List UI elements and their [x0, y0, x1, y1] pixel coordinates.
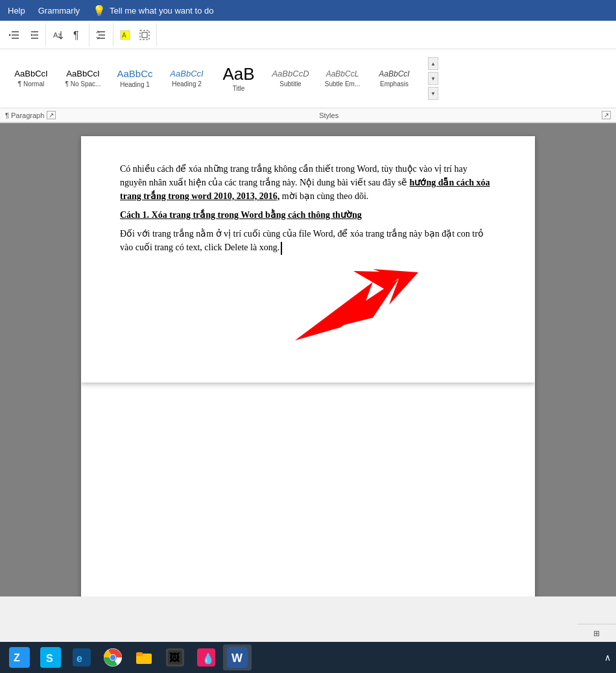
style-subtitle-preview: AaBbCcD — [272, 69, 309, 78]
title-bar: Help Grammarly 💡 Tell me what you want t… — [0, 0, 616, 21]
taskbar-edge[interactable]: e — [67, 644, 96, 670]
fluid-icon: 💧 — [196, 647, 217, 668]
indent-group — [3, 23, 46, 46]
page-1[interactable]: Có nhiều cách để xóa những trang trắng k… — [81, 136, 535, 383]
svg-point-30 — [110, 655, 115, 660]
document-area: Có nhiều cách để xóa những trang trắng k… — [0, 123, 616, 596]
taskbar-explorer[interactable] — [130, 644, 158, 670]
svg-text:💧: 💧 — [202, 652, 215, 665]
decrease-indent-btn[interactable] — [5, 26, 23, 44]
style-subtitle[interactable]: AaBbCcD Subtitle — [265, 53, 316, 104]
line-spacing-btn[interactable] — [92, 26, 110, 44]
styles-label: Styles — [56, 112, 602, 119]
border-btn[interactable] — [136, 26, 154, 44]
svg-text:S: S — [46, 653, 53, 664]
status-icon: ⊞ — [593, 629, 600, 638]
style-nospace-label: ¶ No Spac... — [65, 80, 101, 88]
paragraph-dialog-icon[interactable]: ↗ — [47, 111, 56, 119]
heading-1: Cách 1. Xóa trang trắng trong Word bằng … — [120, 208, 496, 222]
red-arrow-container — [289, 266, 431, 346]
style-subtitle-label: Subtitle — [279, 80, 301, 88]
page-2[interactable] — [81, 383, 535, 596]
taskbar-fluid[interactable]: 💧 — [192, 644, 220, 670]
paragraph-2: Đối với trang trắng nằm ở vị trí cuối cù… — [120, 227, 496, 255]
style-title[interactable]: AaB Title — [213, 53, 265, 104]
chrome-icon — [102, 647, 123, 668]
styles-scroll-down[interactable]: ▼ — [428, 72, 438, 85]
svg-rect-32 — [136, 652, 143, 656]
svg-text:🖼: 🖼 — [169, 652, 180, 663]
file-explorer-icon — [134, 647, 154, 668]
style-normal[interactable]: AaBbCcI ¶ Normal — [5, 53, 57, 104]
page-content-1: Có nhiều cách để xóa những trang trắng k… — [120, 162, 496, 255]
edge-icon: e — [71, 647, 92, 668]
svg-text:W: W — [231, 652, 243, 665]
line-spacing-group — [89, 23, 113, 46]
bulb-icon: 💡 — [93, 5, 106, 17]
taskbar-photos[interactable]: 🖼 — [161, 644, 189, 670]
style-title-label: Title — [233, 85, 245, 92]
svg-marker-3 — [9, 34, 11, 36]
shading-group: A — [113, 23, 157, 46]
pilcrow-btn[interactable]: ¶ — [68, 26, 86, 44]
zoom-icon: Z — [9, 647, 30, 668]
style-h2-label: Heading 2 — [172, 80, 202, 88]
photos-icon: 🖼 — [165, 647, 185, 668]
taskbar-word[interactable]: W — [223, 644, 252, 670]
tell-me-label: Tell me what you want to do — [110, 6, 213, 16]
style-nospace-preview: AaBbCcI — [66, 69, 99, 78]
paragraph-label: ¶ Paragraph — [5, 112, 44, 119]
styles-expand[interactable]: ▼ — [428, 87, 438, 100]
sort-btn[interactable]: AZ — [49, 26, 67, 44]
taskbar-chevron[interactable]: ∧ — [604, 652, 611, 663]
style-title-preview: AaB — [222, 65, 254, 82]
taskbar-right: ∧ — [604, 652, 611, 663]
style-heading2[interactable]: AaBbCcI Heading 2 — [161, 53, 213, 104]
style-normal-label: ¶ Normal — [18, 80, 44, 88]
svg-text:Z: Z — [14, 652, 20, 663]
style-emphasis-preview: AaBbCcI — [379, 70, 409, 78]
svg-text:A: A — [122, 32, 126, 39]
svg-rect-17 — [140, 30, 149, 40]
svg-marker-20 — [295, 271, 405, 340]
styles-dialog-icon[interactable]: ↗ — [602, 111, 611, 119]
style-subtle-em[interactable]: AaBbCcL Subtle Em... — [316, 53, 368, 104]
svg-text:e: e — [77, 653, 82, 664]
ribbon: AZ ¶ A AaBbCcI ¶ Normal — [0, 21, 616, 123]
word-icon: W — [227, 647, 248, 668]
tell-me-search[interactable]: 💡 Tell me what you want to do — [93, 5, 213, 17]
red-arrow-svg — [289, 266, 431, 344]
shading-btn[interactable]: A — [116, 26, 134, 44]
toolbar-row: AZ ¶ A — [0, 21, 616, 49]
paragraph-1: Có nhiều cách để xóa những trang trắng k… — [120, 162, 496, 203]
menu-grammarly[interactable]: Grammarly — [38, 6, 80, 16]
styles-scroll-up[interactable]: ▲ — [428, 57, 438, 70]
style-nospace[interactable]: AaBbCcI ¶ No Spac... — [57, 53, 109, 104]
style-h2-preview: AaBbCcI — [170, 69, 203, 78]
svg-text:¶: ¶ — [73, 30, 79, 40]
skype-icon: S — [40, 647, 61, 668]
taskbar: Z S e 🖼 — [0, 642, 616, 673]
status-bar: ⊞ — [577, 624, 616, 642]
styles-row: AaBbCcI ¶ Normal AaBbCcI ¶ No Spac... Aa… — [0, 49, 425, 108]
style-h1-label: Heading 1 — [120, 81, 150, 88]
style-h1-preview: AaBbCc — [117, 69, 152, 78]
svg-marker-7 — [30, 34, 32, 36]
increase-indent-btn[interactable] — [25, 26, 43, 44]
style-subtle-preview: AaBbCcL — [326, 70, 359, 78]
taskbar-skype[interactable]: S — [36, 644, 65, 670]
text-cursor — [281, 242, 282, 255]
style-heading1[interactable]: AaBbCc Heading 1 — [109, 53, 161, 104]
para-styles-label-row: ¶ Paragraph ↗ Styles ↗ — [0, 108, 616, 123]
style-emphasis-label: Emphasis — [380, 80, 409, 88]
svg-rect-18 — [142, 32, 147, 38]
style-emphasis[interactable]: AaBbCcI Emphasis — [368, 53, 420, 104]
styles-scrollbar: ▲ ▼ ▼ — [425, 49, 438, 108]
sort-group: AZ ¶ — [46, 23, 89, 46]
style-subtle-label: Subtle Em... — [325, 80, 360, 88]
bold-text-1: hướng dẫn cách xóa trang trắng trong wor… — [120, 178, 490, 201]
style-normal-preview: AaBbCcI — [14, 69, 47, 78]
menu-help[interactable]: Help — [8, 6, 25, 16]
taskbar-chrome[interactable] — [99, 644, 127, 670]
taskbar-zoom[interactable]: Z — [5, 644, 34, 670]
